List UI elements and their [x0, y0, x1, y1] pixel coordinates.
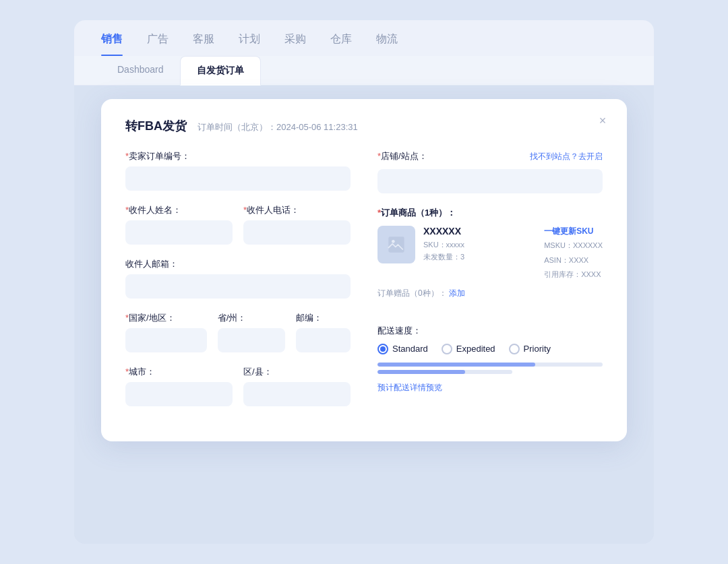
province-label: 省/州：: [218, 312, 286, 324]
svg-point-1: [392, 240, 395, 243]
top-nav-item-plan[interactable]: 计划: [239, 32, 260, 56]
shipping-label: 配送速度：: [377, 325, 603, 337]
country-province-zip-row: *国家/地区： 省/州： 邮编：: [125, 312, 351, 352]
recipient-email-label: 收件人邮箱：: [125, 258, 351, 270]
modal-dialog: × 转FBA发货 订单时间（北京）：2024-05-06 11:23:31 *卖…: [101, 99, 627, 441]
recipient-name-field: *收件人姓名：: [125, 204, 233, 245]
store-input[interactable]: [377, 169, 603, 193]
recipient-phone-field: *收件人电话：: [243, 204, 351, 245]
modal-body: *卖家订单编号： *收件人姓名：: [125, 150, 603, 420]
shipping-section: 配送速度： Standard Expedited: [377, 325, 603, 394]
product-asin: ASIN：XXXX: [544, 255, 603, 267]
progress-bars: [377, 363, 603, 374]
add-gift-link[interactable]: 添加: [449, 288, 465, 298]
recipient-email-field: 收件人邮箱：: [125, 258, 351, 299]
seller-order-no-input[interactable]: [125, 166, 351, 191]
recipient-name-phone-row: *收件人姓名： *收件人电话：: [125, 204, 351, 245]
district-input[interactable]: [243, 382, 351, 406]
zip-field: 邮编：: [296, 312, 351, 352]
zip-label: 邮编：: [296, 312, 351, 324]
add-gift-row: 订单赠品（0种）： 添加: [377, 288, 603, 299]
product-msku: MSKU：XXXXXX: [544, 240, 603, 252]
recipient-phone-input[interactable]: [243, 220, 351, 245]
recipient-name-input[interactable]: [125, 220, 233, 245]
shipping-options: Standard Expedited Priority: [377, 344, 603, 354]
product-image: [377, 226, 415, 263]
recipient-name-label: *收件人姓名：: [125, 204, 233, 216]
district-label: 区/县：: [243, 366, 351, 378]
sub-tabs: Dashboard 自发货订单: [74, 56, 654, 86]
top-nav-item-warehouse[interactable]: 仓库: [330, 32, 352, 56]
radio-priority[interactable]: Priority: [509, 344, 551, 354]
progress-bar-track-1: [377, 363, 603, 367]
product-info: XXXXXX SKU：xxxxx 未发数量：3: [423, 226, 536, 263]
modal-order-time: 订单时间（北京）：2024-05-06 11:23:31: [198, 121, 358, 133]
seller-order-no-label: *卖家订单编号：: [125, 150, 351, 162]
zip-input[interactable]: [296, 328, 351, 352]
country-label: *国家/地区：: [125, 312, 207, 324]
tab-dashboard[interactable]: Dashboard: [101, 56, 180, 85]
country-input[interactable]: [125, 328, 207, 352]
city-input[interactable]: [125, 382, 233, 406]
recipient-email-input[interactable]: [125, 274, 351, 299]
city-district-row: *城市： 区/县：: [125, 366, 351, 406]
product-card: XXXXXX SKU：xxxxx 未发数量：3 一键更新SKU MSKU：XXX…: [377, 226, 603, 281]
update-sku-button[interactable]: 一键更新SKU: [544, 226, 603, 237]
province-input[interactable]: [218, 328, 286, 352]
radio-expedited[interactable]: Expedited: [442, 344, 495, 354]
app-wrapper: 销售 广告 客服 计划 采购 仓库 物流 Dashboard 自发货订单 × 转…: [74, 20, 654, 544]
province-field: 省/州：: [218, 312, 286, 352]
seller-order-no-field: *卖家订单编号：: [125, 150, 351, 191]
radio-expedited-circle: [442, 344, 452, 354]
radio-priority-circle: [509, 344, 520, 354]
district-field: 区/县：: [243, 366, 351, 406]
progress-bar-fill-1: [377, 363, 535, 367]
progress-bar-fill-2: [377, 370, 465, 374]
modal-header: 转FBA发货 订单时间（北京）：2024-05-06 11:23:31: [125, 118, 603, 134]
product-name: XXXXXX: [423, 226, 536, 237]
progress-bar-track-2: [377, 370, 512, 374]
top-nav: 销售 广告 客服 计划 采购 仓库 物流: [74, 20, 654, 56]
product-ref-stock: 引用库存：XXXX: [544, 269, 603, 281]
product-sku-panel: 一键更新SKU MSKU：XXXXXX ASIN：XXXX 引用库存：XXXX: [544, 226, 603, 281]
radio-standard-circle: [377, 344, 388, 354]
top-nav-item-purchase[interactable]: 采购: [284, 32, 306, 56]
order-products-label: *订单商品（1种）：: [377, 207, 603, 219]
image-placeholder-icon: [387, 235, 406, 254]
modal-title: 转FBA发货: [125, 118, 187, 134]
city-label: *城市：: [125, 366, 233, 378]
right-column: *店铺/站点： 找不到站点？去开启 *订单商品（1种）：: [377, 150, 603, 420]
preview-shipping-link[interactable]: 预计配送详情预览: [377, 382, 442, 394]
left-column: *卖家订单编号： *收件人姓名：: [125, 150, 351, 420]
country-field: *国家/地区：: [125, 312, 207, 352]
radio-standard[interactable]: Standard: [377, 344, 428, 354]
store-field-group: *店铺/站点： 找不到站点？去开启: [377, 150, 603, 193]
recipient-phone-label: *收件人电话：: [243, 204, 351, 216]
product-sku: SKU：xxxxx: [423, 239, 536, 251]
top-nav-item-sales[interactable]: 销售: [101, 32, 123, 56]
top-nav-item-service[interactable]: 客服: [193, 32, 214, 56]
top-nav-item-ads[interactable]: 广告: [147, 32, 169, 56]
top-nav-item-logistics[interactable]: 物流: [376, 32, 398, 56]
tab-selfship[interactable]: 自发货订单: [180, 56, 261, 86]
store-label: *店铺/站点：: [377, 150, 427, 162]
modal-background: × 转FBA发货 订单时间（北京）：2024-05-06 11:23:31 *卖…: [74, 86, 654, 544]
city-field: *城市：: [125, 366, 233, 406]
close-button[interactable]: ×: [595, 113, 611, 129]
find-store-link[interactable]: 找不到站点？去开启: [530, 151, 603, 162]
product-unshipped-qty: 未发数量：3: [423, 251, 536, 263]
order-products-section: *订单商品（1种）：: [377, 207, 603, 311]
